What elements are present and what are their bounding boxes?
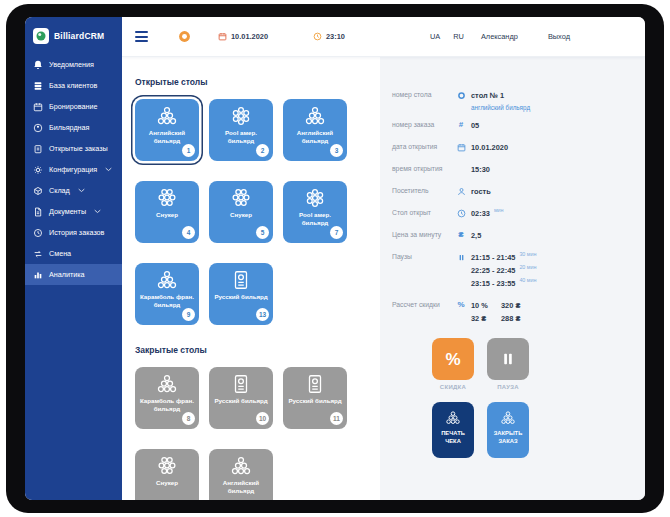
user-name[interactable]: Александр: [481, 32, 518, 41]
detail-value: 10.01.2020: [456, 142, 508, 155]
booking-icon: [33, 102, 43, 112]
detail-value-line: 15:30: [456, 164, 490, 174]
tables-area: Открытые столы Английский бильярд1Pool а…: [122, 57, 380, 500]
detail-label: номер стола: [392, 90, 456, 111]
table-number-badge: 8: [182, 412, 195, 425]
open-tables-title: Открытые столы: [135, 77, 380, 87]
sidebar-item-8[interactable]: История заказов: [25, 222, 122, 243]
rack-icon: [156, 105, 178, 127]
percent-icon: %: [456, 300, 466, 310]
table-card[interactable]: Снукер5: [209, 181, 273, 243]
table-card[interactable]: Снукер: [135, 449, 199, 500]
table-name: Английский бильярд: [209, 479, 273, 495]
app-window: BilliardCRM УведомленияБаза клиентовБрон…: [25, 17, 645, 500]
detail-value-text: 05: [471, 121, 479, 130]
closed-tables-grid: Карамболь фран. бильярд8Русский бильярд1…: [135, 367, 380, 500]
sidebar-item-10[interactable]: Аналитика: [25, 264, 122, 285]
sidebar-item-5[interactable]: Конфигурация: [25, 159, 122, 180]
table-card[interactable]: Снукер4: [135, 181, 199, 243]
order-actions: %СКИДКАПАУЗАПЕЧАТЬ ЧЕКАЗАКРЫТЬ ЗАКАЗ: [432, 338, 629, 458]
calendar-icon: [456, 142, 466, 152]
pool-icon: [230, 105, 252, 127]
history-icon: [33, 228, 43, 238]
table-card[interactable]: Английский бильярд3: [283, 99, 347, 161]
sidebar-item-label: Конфигурация: [49, 165, 97, 174]
snooker-icon: [156, 187, 178, 209]
table-card[interactable]: Русский бильярд13: [209, 263, 273, 325]
sidebar-item-4[interactable]: Открытые заказы: [25, 138, 122, 159]
detail-row: Стол открыт02:33мин: [392, 208, 629, 221]
table-card[interactable]: Русский бильярд10: [209, 367, 273, 429]
detail-value-text: 15:30: [471, 165, 490, 174]
table-number-badge: 2: [256, 144, 269, 157]
discount-value: 32 ₴: [471, 314, 501, 323]
pause-note: 30 мин: [519, 251, 536, 257]
table-number-badge: 9: [182, 308, 195, 321]
person-icon: [456, 186, 466, 196]
action-button-square: [487, 338, 529, 380]
pause-note: 40 мин: [519, 277, 536, 283]
close-order-button[interactable]: ЗАКРЫТЬ ЗАКАЗ: [487, 402, 529, 458]
table-card[interactable]: Русский бильярд11: [283, 367, 347, 429]
table-card[interactable]: Английский бильярд1: [135, 99, 199, 161]
sidebar-item-label: Бронирование: [49, 102, 97, 111]
table-number-badge: 3: [330, 144, 343, 157]
blank-icon: [456, 164, 466, 174]
table-name: Английский бильярд: [283, 129, 347, 145]
sidebar-item-6[interactable]: Склад: [25, 180, 122, 201]
discount-button[interactable]: %СКИДКА: [432, 338, 474, 390]
closed-tables-title: Закрытые столы: [135, 345, 380, 355]
pool-icon: [304, 187, 326, 209]
detail-value: гость: [456, 186, 491, 199]
hryvnia-icon: ₴: [456, 230, 466, 240]
logout-button[interactable]: Выход: [548, 32, 570, 41]
percent-icon: %: [444, 350, 462, 368]
snooker-icon: [230, 187, 252, 209]
action-button-square: ЗАКРЫТЬ ЗАКАЗ: [487, 402, 529, 458]
rack-icon: [304, 105, 326, 127]
sidebar-item-0[interactable]: Уведомления: [25, 54, 122, 75]
sidebar-item-3[interactable]: Бильярдная: [25, 117, 122, 138]
menu-toggle-button[interactable]: [135, 31, 148, 42]
pause-entry: 23:15 - 23:5540 мин: [456, 278, 537, 288]
print-receipt-button[interactable]: ПЕЧАТЬ ЧЕКА: [432, 402, 474, 458]
action-button-square: %: [432, 338, 474, 380]
table-card[interactable]: Карамболь фран. бильярд9: [135, 263, 199, 325]
detail-row: Рассчет скидки%10 %320 ₴32 ₴288 ₴: [392, 300, 629, 326]
russian-icon: [230, 269, 252, 291]
action-label: СКИДКА: [440, 384, 466, 390]
detail-label: Паузы: [392, 252, 456, 291]
table-number-badge: 10: [256, 412, 269, 425]
language-ru[interactable]: RU: [453, 32, 464, 41]
detail-value-text: 10.01.2020: [471, 143, 508, 152]
table-name: Английский бильярд: [135, 129, 199, 145]
language-ua[interactable]: UA: [430, 32, 440, 41]
order-details-panel: номер столастол № 1английский бильярдном…: [380, 57, 645, 500]
detail-label: Посетитель: [392, 186, 456, 199]
sidebar-item-7[interactable]: Документы: [25, 201, 122, 222]
sidebar-item-9[interactable]: Смена: [25, 243, 122, 264]
open-tables-grid: Английский бильярд1Pool амер. бильярд2Ан…: [135, 99, 380, 325]
sidebar-item-2[interactable]: Бронирование: [25, 96, 122, 117]
pause-button[interactable]: ПАУЗА: [487, 338, 529, 390]
sidebar-item-label: Открытые заказы: [49, 144, 108, 153]
chevron-down-icon: [105, 167, 112, 172]
sidebar-item-label: Уведомления: [49, 60, 94, 69]
table-card[interactable]: Английский бильярд: [209, 449, 273, 500]
table-card[interactable]: Pool амер. бильярд2: [209, 99, 273, 161]
chevron-down-icon: [78, 188, 85, 193]
detail-label: Рассчет скидки: [392, 300, 456, 326]
table-name: Карамболь фран. бильярд: [135, 397, 199, 413]
sidebar-item-1[interactable]: База клиентов: [25, 75, 122, 96]
table-card[interactable]: Pool амер. бильярд7: [283, 181, 347, 243]
time-text: 23:10: [326, 32, 345, 41]
table-card[interactable]: Карамболь фран. бильярд8: [135, 367, 199, 429]
app-title: BilliardCRM: [54, 31, 104, 41]
stock-icon: [33, 186, 43, 196]
detail-row: Посетительгость: [392, 186, 629, 199]
pause-time: 21:15 - 21:45: [471, 253, 515, 262]
detail-note: мин: [494, 207, 504, 213]
detail-value-line: ₴2,5: [456, 230, 481, 240]
rack-icon: [156, 269, 178, 291]
russian-icon: [230, 373, 252, 395]
